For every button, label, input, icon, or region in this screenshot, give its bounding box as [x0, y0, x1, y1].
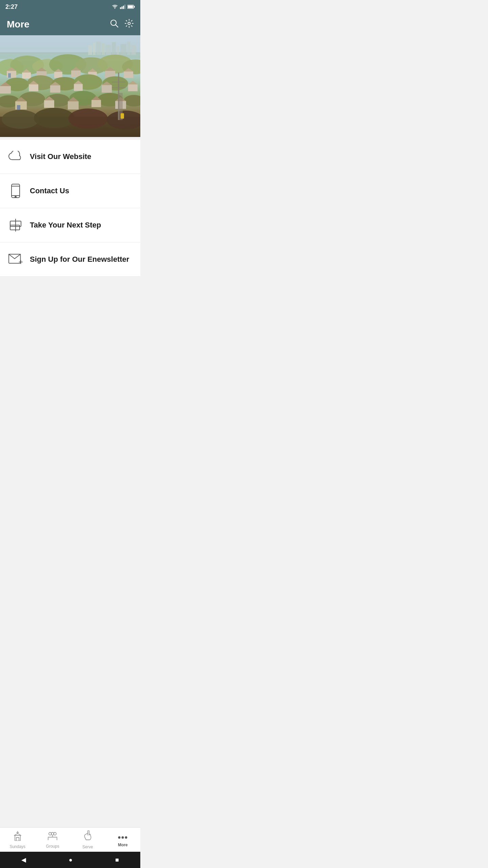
svg-rect-20: [117, 46, 119, 55]
svg-rect-38: [54, 72, 62, 78]
svg-rect-59: [74, 84, 83, 91]
menu-item-visit-website-label: Visit Our Website: [30, 152, 91, 161]
svg-rect-63: [128, 84, 138, 91]
menu-item-enewsletter[interactable]: Sign Up for Our Enewsletter: [0, 242, 140, 277]
svg-rect-4: [124, 5, 125, 9]
svg-rect-74: [44, 100, 54, 108]
svg-rect-55: [29, 84, 38, 91]
hero-image: [0, 35, 140, 137]
header: More: [0, 14, 140, 35]
page-title: More: [7, 19, 29, 30]
svg-point-10: [128, 22, 130, 25]
svg-rect-1: [120, 7, 121, 9]
phone-icon: [8, 183, 23, 198]
svg-rect-16: [96, 41, 101, 55]
cloud-icon: [8, 149, 23, 164]
svg-rect-33: [8, 73, 11, 78]
battery-icon: [127, 5, 135, 9]
svg-rect-61: [102, 85, 112, 93]
svg-rect-22: [127, 41, 130, 55]
search-icon[interactable]: [110, 19, 119, 30]
svg-rect-21: [120, 44, 126, 55]
svg-rect-15: [93, 43, 96, 55]
svg-rect-19: [112, 42, 116, 55]
svg-rect-98: [10, 225, 20, 230]
svg-point-85: [68, 108, 108, 129]
svg-point-95: [15, 196, 16, 198]
svg-point-83: [2, 110, 39, 129]
status-icons: [112, 4, 135, 9]
svg-rect-53: [0, 86, 11, 94]
wifi-icon: [112, 4, 118, 9]
status-time: 2:27: [5, 3, 18, 11]
svg-rect-73: [17, 105, 20, 110]
email-plus-icon: [8, 252, 23, 267]
svg-rect-14: [88, 45, 92, 55]
menu-item-contact-us[interactable]: Contact Us: [0, 174, 140, 208]
header-actions: [110, 19, 134, 30]
svg-rect-2: [121, 6, 122, 9]
status-bar: 2:27: [0, 0, 140, 14]
sign-icon: [8, 218, 23, 233]
signal-icon: [120, 4, 125, 9]
svg-rect-3: [123, 6, 124, 9]
svg-point-0: [115, 8, 116, 9]
menu-item-next-step[interactable]: Take Your Next Step: [0, 208, 140, 242]
svg-rect-46: [124, 72, 133, 78]
menu-item-contact-us-label: Contact Us: [30, 186, 69, 195]
svg-rect-6: [134, 6, 135, 7]
menu-item-enewsletter-label: Sign Up for Our Enewsletter: [30, 255, 129, 264]
svg-rect-57: [50, 85, 60, 93]
menu-list: Visit Our Website Contact Us Take Your N…: [0, 140, 140, 277]
svg-rect-7: [128, 5, 133, 8]
svg-rect-18: [106, 45, 111, 55]
hero-image-svg: [0, 35, 140, 137]
svg-rect-17: [102, 43, 105, 55]
svg-point-84: [34, 108, 75, 128]
svg-rect-34: [22, 73, 31, 79]
svg-rect-23: [131, 45, 136, 55]
svg-rect-76: [68, 101, 79, 110]
svg-rect-91: [121, 113, 124, 119]
settings-icon[interactable]: [125, 19, 134, 30]
menu-item-visit-website[interactable]: Visit Our Website: [0, 140, 140, 174]
svg-line-9: [116, 25, 118, 27]
menu-item-next-step-label: Take Your Next Step: [30, 221, 101, 230]
svg-rect-78: [92, 100, 101, 107]
